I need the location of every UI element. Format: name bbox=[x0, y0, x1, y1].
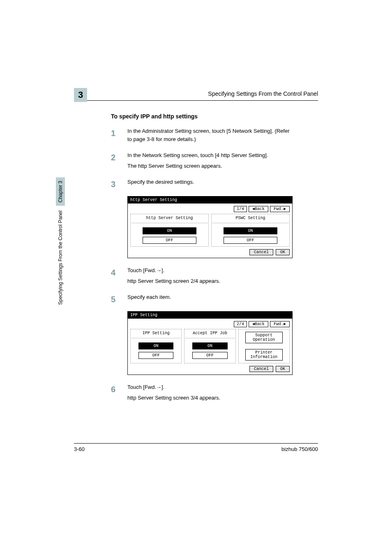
back-button[interactable]: ◄Back bbox=[249, 206, 268, 212]
side-tab: Specifying Settings From the Control Pan… bbox=[56, 173, 65, 308]
step-number: 5 bbox=[111, 293, 127, 305]
step-text: Touch [Fwd.→]. bbox=[127, 266, 293, 275]
step-text: In the Administrator Setting screen, tou… bbox=[127, 127, 293, 143]
step-text: In the Network Setting screen, touch [4 … bbox=[127, 151, 293, 160]
section-heading: To specify IPP and http settings bbox=[111, 113, 293, 120]
step-text: Specify the desired settings. bbox=[127, 178, 293, 186]
page-indicator: 2/4 bbox=[234, 321, 247, 327]
column-http-server: http Server Setting ON OFF bbox=[130, 214, 209, 247]
chapter-number: 3 bbox=[74, 88, 87, 102]
step-number: 4 bbox=[111, 266, 127, 287]
panel-title: http Server Setting bbox=[128, 197, 292, 204]
step-3: 3 Specify the desired settings. bbox=[111, 178, 293, 190]
content-area: To specify IPP and http settings 1 In th… bbox=[111, 113, 293, 404]
side-section-title: Specifying Settings From the Control Pan… bbox=[58, 207, 63, 308]
fwd-button[interactable]: Fwd.► bbox=[270, 206, 290, 212]
panel-body: 1/4 ◄Back Fwd.► http Server Setting ON O… bbox=[128, 204, 292, 258]
column-accept-ipp: Accept IPP Job ON OFF bbox=[184, 329, 235, 363]
step-text: The http Server Setting screen appears. bbox=[127, 162, 293, 170]
running-title: Specifying Settings From the Control Pan… bbox=[208, 90, 318, 97]
step-number: 2 bbox=[111, 151, 127, 172]
step-number: 6 bbox=[111, 383, 127, 404]
column-ipp-setting: IPP Setting ON OFF bbox=[130, 329, 182, 363]
back-button[interactable]: ◄Back bbox=[249, 321, 268, 327]
chapter-badge: 3 bbox=[74, 88, 87, 102]
option-off[interactable]: OFF bbox=[143, 237, 197, 244]
model-name: bizhub 750/600 bbox=[281, 446, 318, 452]
step-1: 1 In the Administrator Setting screen, t… bbox=[111, 127, 293, 146]
cancel-button[interactable]: Cancel bbox=[249, 366, 273, 372]
step-text: Specify each item. bbox=[127, 293, 293, 301]
column-header: IPP Setting bbox=[131, 330, 180, 338]
option-off[interactable]: OFF bbox=[224, 237, 278, 244]
step-4: 4 Touch [Fwd.→]. http Server Setting scr… bbox=[111, 266, 293, 287]
page: 3 Specifying Settings From the Control P… bbox=[0, 0, 392, 555]
option-on[interactable]: ON bbox=[192, 342, 228, 349]
panel-title: IPP Setting bbox=[128, 312, 292, 319]
step-2: 2 In the Network Setting screen, touch [… bbox=[111, 151, 293, 172]
support-operation-button[interactable]: Support Operation bbox=[245, 332, 283, 343]
column-header: PSWC Setting bbox=[212, 215, 288, 223]
option-off[interactable]: OFF bbox=[192, 352, 228, 359]
step-text: Touch [Fwd.→]. bbox=[127, 383, 293, 391]
page-indicator: 1/4 bbox=[234, 206, 247, 212]
step-number: 3 bbox=[111, 178, 127, 190]
step-text: http Server Setting screen 2/4 appears. bbox=[127, 277, 293, 285]
page-footer: 3-60 bizhub 750/600 bbox=[74, 443, 318, 452]
option-on[interactable]: ON bbox=[138, 342, 174, 349]
lcd-panel-http-server: http Server Setting 1/4 ◄Back Fwd.► http… bbox=[127, 196, 293, 258]
panel-body: 2/4 ◄Back Fwd.► IPP Setting ON OFF Accep… bbox=[128, 319, 292, 375]
ok-button[interactable]: OK bbox=[276, 366, 290, 372]
step-6: 6 Touch [Fwd.→]. http Server Setting scr… bbox=[111, 383, 293, 404]
lcd-panel-ipp-setting: IPP Setting 2/4 ◄Back Fwd.► IPP Setting … bbox=[127, 311, 293, 375]
option-off[interactable]: OFF bbox=[138, 352, 174, 359]
column-header: Accept IPP Job bbox=[185, 330, 234, 338]
step-number: 1 bbox=[111, 127, 127, 146]
option-on[interactable]: ON bbox=[224, 227, 278, 234]
printer-information-button[interactable]: Printer Information bbox=[245, 349, 283, 361]
step-5: 5 Specify each item. bbox=[111, 293, 293, 305]
cancel-button[interactable]: Cancel bbox=[249, 249, 273, 255]
arrow-right-icon: ► bbox=[284, 322, 286, 326]
column-pswc: PSWC Setting ON OFF bbox=[211, 214, 290, 247]
page-number: 3-60 bbox=[74, 446, 85, 452]
step-text: http Server Setting screen 3/4 appears. bbox=[127, 394, 293, 402]
arrow-right-icon: ► bbox=[284, 207, 286, 211]
fwd-button[interactable]: Fwd.► bbox=[270, 321, 290, 327]
running-header: Specifying Settings From the Control Pan… bbox=[82, 90, 318, 101]
column-links: Support Operation Printer Information bbox=[238, 329, 290, 363]
column-header: http Server Setting bbox=[131, 215, 208, 223]
side-chapter-label: Chapter 3 bbox=[56, 178, 65, 206]
ok-button[interactable]: OK bbox=[276, 249, 290, 255]
option-on[interactable]: ON bbox=[143, 227, 197, 234]
